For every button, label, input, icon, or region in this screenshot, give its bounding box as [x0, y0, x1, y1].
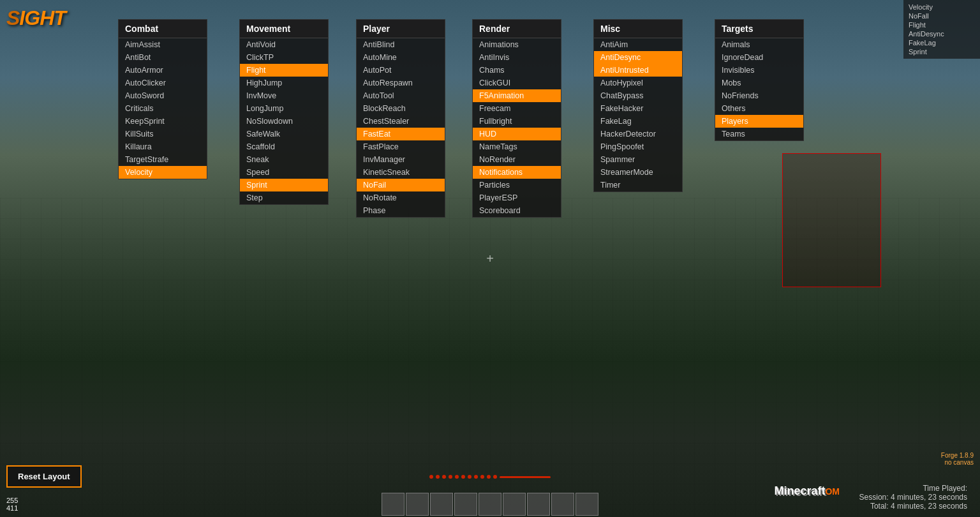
render-item-5[interactable]: Freecam — [473, 102, 561, 115]
combat-item-1[interactable]: AntiBot — [119, 51, 207, 64]
movement-item-10[interactable]: Speed — [240, 166, 328, 179]
player-item-12[interactable]: NoRotate — [357, 191, 445, 204]
misc-item-0[interactable]: AntiAim — [594, 38, 682, 51]
player-item-4[interactable]: AutoTool — [357, 89, 445, 102]
render-item-8[interactable]: NameTags — [473, 140, 561, 153]
misc-item-5[interactable]: FakeHacker — [594, 102, 682, 115]
misc-item-1[interactable]: AntiDesync — [594, 51, 682, 64]
movement-item-6[interactable]: NoSlowdown — [240, 115, 328, 128]
hotbar-dot — [474, 475, 478, 479]
tr-item-2: Flight — [909, 20, 975, 29]
hotbar-slot-5[interactable] — [503, 493, 526, 516]
player-item-11[interactable]: NoFail — [357, 179, 445, 191]
hotbar-slot-7[interactable] — [551, 493, 574, 516]
movement-item-2[interactable]: Flight — [240, 64, 328, 77]
targets-item-6[interactable]: Players — [715, 115, 803, 128]
movement-item-9[interactable]: Sneak — [240, 153, 328, 166]
logo: SIGHT — [6, 6, 66, 30]
render-item-4[interactable]: F5Animation — [473, 89, 561, 102]
misc-item-11[interactable]: Timer — [594, 179, 682, 191]
render-item-3[interactable]: ClickGUI — [473, 77, 561, 89]
targets-item-2[interactable]: Invisibles — [715, 64, 803, 77]
logo-bracket: S — [6, 6, 19, 29]
combat-item-7[interactable]: KillSuits — [119, 128, 207, 140]
targets-item-7[interactable]: Teams — [715, 128, 803, 140]
hotbar-dots — [429, 475, 551, 479]
combat-item-3[interactable]: AutoClicker — [119, 77, 207, 89]
targets-item-0[interactable]: Animals — [715, 38, 803, 51]
render-item-0[interactable]: Animations — [473, 38, 561, 51]
player-item-0[interactable]: AntiBlind — [357, 38, 445, 51]
bottom-status: Time Played: Session: 4 minutes, 23 seco… — [859, 484, 967, 511]
misc-item-6[interactable]: FakeLag — [594, 115, 682, 128]
player-item-7[interactable]: FastEat — [357, 128, 445, 140]
movement-item-5[interactable]: LongJump — [240, 102, 328, 115]
misc-item-10[interactable]: StreamerMode — [594, 166, 682, 179]
player-item-8[interactable]: FastPlace — [357, 140, 445, 153]
session-time: Session: 4 minutes, 23 seconds — [859, 493, 967, 502]
reset-layout-button[interactable]: Reset Layout — [6, 465, 82, 488]
movement-item-3[interactable]: HighJump — [240, 77, 328, 89]
logo-text: IGHT — [19, 6, 65, 29]
panel-targets: Targets Animals IgnoreDead Invisibles Mo… — [715, 19, 804, 141]
misc-item-7[interactable]: HackerDetector — [594, 128, 682, 140]
hotbar-slot-1[interactable] — [406, 493, 429, 516]
movement-item-7[interactable]: SafeWalk — [240, 128, 328, 140]
combat-item-0[interactable]: AimAssist — [119, 38, 207, 51]
hotbar-dot — [449, 475, 452, 479]
misc-item-3[interactable]: AutoHypixel — [594, 77, 682, 89]
player-item-2[interactable]: AutoPot — [357, 64, 445, 77]
targets-item-1[interactable]: IgnoreDead — [715, 51, 803, 64]
combat-item-6[interactable]: KeepSprint — [119, 115, 207, 128]
combat-item-9[interactable]: TargetStrafe — [119, 153, 207, 166]
hotbar-slot-3[interactable] — [454, 493, 477, 516]
misc-item-8[interactable]: PingSpoofet — [594, 140, 682, 153]
movement-item-8[interactable]: Scaffold — [240, 140, 328, 153]
movement-item-1[interactable]: ClickTP — [240, 51, 328, 64]
combat-item-4[interactable]: AutoSword — [119, 89, 207, 102]
targets-item-5[interactable]: Others — [715, 102, 803, 115]
render-item-7[interactable]: HUD — [473, 128, 561, 140]
render-item-13[interactable]: Scoreboard — [473, 204, 561, 217]
targets-item-3[interactable]: Mobs — [715, 77, 803, 89]
render-item-2[interactable]: Chams — [473, 64, 561, 77]
combat-item-5[interactable]: Criticals — [119, 102, 207, 115]
player-item-6[interactable]: ChestStealer — [357, 115, 445, 128]
player-item-5[interactable]: BlockReach — [357, 102, 445, 115]
player-item-9[interactable]: InvManager — [357, 153, 445, 166]
hotbar-slot-0[interactable] — [382, 493, 405, 516]
combat-item-2[interactable]: AutoArmor — [119, 64, 207, 77]
render-item-12[interactable]: PlayerESP — [473, 191, 561, 204]
hotbar-dot — [442, 475, 446, 479]
panel-player-header: Player — [357, 20, 445, 38]
hotbar-slot-6[interactable] — [527, 493, 550, 516]
movement-item-12[interactable]: Step — [240, 191, 328, 204]
misc-item-9[interactable]: Spammer — [594, 153, 682, 166]
combat-item-10[interactable]: Velocity — [119, 166, 207, 179]
misc-item-2[interactable]: AntiUntrusted — [594, 64, 682, 77]
hotbar-slot-2[interactable] — [430, 493, 453, 516]
render-item-10[interactable]: Notifications — [473, 166, 561, 179]
panel-render-header: Render — [473, 20, 561, 38]
player-item-3[interactable]: AutoRespawn — [357, 77, 445, 89]
hotbar-dot — [436, 475, 440, 479]
hotbar-dot — [468, 475, 471, 479]
render-item-6[interactable]: Fullbright — [473, 115, 561, 128]
player-item-10[interactable]: KineticSneak — [357, 166, 445, 179]
movement-item-4[interactable]: InvMove — [240, 89, 328, 102]
render-item-11[interactable]: Particles — [473, 179, 561, 191]
movement-item-0[interactable]: AntiVoid — [240, 38, 328, 51]
hotbar-slot-4[interactable] — [479, 493, 501, 516]
player-item-1[interactable]: AutoMine — [357, 51, 445, 64]
render-item-9[interactable]: NoRender — [473, 153, 561, 166]
player-item-13[interactable]: Phase — [357, 204, 445, 217]
panel-misc-header: Misc — [594, 20, 682, 38]
movement-item-11[interactable]: Sprint — [240, 179, 328, 191]
tr-item-3: AntiDesync — [909, 29, 975, 38]
hotbar-dot — [455, 475, 459, 479]
render-item-1[interactable]: AntiInvis — [473, 51, 561, 64]
targets-item-4[interactable]: NoFriends — [715, 89, 803, 102]
combat-item-8[interactable]: Killaura — [119, 140, 207, 153]
hotbar-slot-8[interactable] — [575, 493, 598, 516]
misc-item-4[interactable]: ChatBypass — [594, 89, 682, 102]
